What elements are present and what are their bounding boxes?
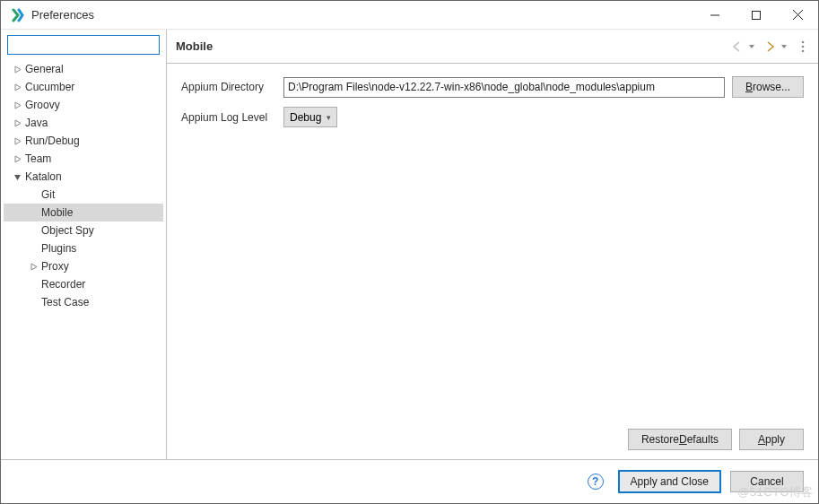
nav-forward-menu[interactable]: [779, 41, 789, 52]
tree-item-label: Proxy: [39, 260, 69, 273]
filter-input[interactable]: [7, 35, 160, 55]
tree-item-label: Groovy: [23, 99, 60, 111]
window-title: Preferences: [31, 8, 694, 22]
minimize-button[interactable]: [694, 1, 736, 29]
tree-item-proxy[interactable]: Proxy: [4, 257, 163, 275]
cancel-button[interactable]: Cancel: [730, 471, 804, 492]
chevron-down-icon[interactable]: [11, 170, 23, 183]
appium-directory-input[interactable]: [283, 77, 725, 98]
nav-back-button[interactable]: [730, 41, 746, 52]
svg-point-4: [802, 40, 805, 43]
svg-rect-1: [753, 11, 761, 19]
tree-item-mobile[interactable]: Mobile: [4, 204, 163, 222]
maximize-button[interactable]: [736, 1, 777, 29]
tree-item-cucumber[interactable]: Cucumber: [4, 78, 163, 96]
tree-item-team[interactable]: Team: [4, 150, 163, 168]
tree-item-label: Cucumber: [23, 81, 74, 93]
preferences-window: Preferences GeneralCucumberGroovyJavaRun…: [0, 0, 819, 504]
appium-directory-label: Appium Directory: [181, 81, 276, 93]
chevron-right-icon[interactable]: [11, 117, 23, 129]
chevron-right-icon[interactable]: [11, 152, 23, 165]
tree-item-katalon[interactable]: Katalon: [4, 168, 163, 186]
page-title: Mobile: [176, 39, 730, 53]
dialog-footer: ? Apply and Close Cancel: [1, 460, 818, 503]
tree-item-label: General: [23, 63, 64, 75]
restore-defaults-button[interactable]: Restore Defaults: [628, 429, 732, 450]
appium-log-level-row: Appium Log Level Debug ▾: [181, 107, 804, 127]
tree-item-label: Team: [23, 152, 51, 165]
tree-item-java[interactable]: Java: [4, 114, 163, 132]
appium-directory-row: Appium Directory Browse...: [181, 76, 804, 98]
main-header: Mobile: [167, 30, 818, 64]
chevron-right-icon[interactable]: [11, 63, 23, 75]
chevron-right-icon[interactable]: [11, 135, 23, 147]
tree-item-label: Run/Debug: [23, 135, 80, 147]
app-icon: [10, 7, 26, 23]
chevron-right-icon[interactable]: [11, 99, 23, 111]
appium-log-level-label: Appium Log Level: [181, 111, 276, 124]
tree-item-run-debug[interactable]: Run/Debug: [4, 132, 163, 150]
appium-log-level-select[interactable]: Debug ▾: [283, 107, 337, 127]
help-icon[interactable]: ?: [588, 474, 604, 490]
tree-item-label: Mobile: [39, 206, 73, 219]
nav-forward-button[interactable]: [762, 41, 779, 52]
main-panel: Mobile Appium Directo: [167, 30, 818, 459]
close-button[interactable]: [777, 1, 818, 29]
apply-and-close-button[interactable]: Apply and Close: [618, 470, 721, 493]
browse-button[interactable]: Browse...: [732, 76, 804, 98]
svg-point-5: [802, 45, 805, 48]
view-menu-icon[interactable]: [797, 40, 809, 53]
tree-item-groovy[interactable]: Groovy: [4, 96, 163, 114]
main-body: Appium Directory Browse... Appium Log Le…: [167, 64, 818, 421]
tree-item-general[interactable]: General: [4, 60, 163, 78]
nav-back-menu[interactable]: [746, 41, 757, 52]
sidebar: GeneralCucumberGroovyJavaRun/DebugTeamKa…: [1, 30, 167, 459]
preferences-tree[interactable]: GeneralCucumberGroovyJavaRun/DebugTeamKa…: [4, 60, 163, 454]
tree-item-label: Katalon: [23, 170, 62, 183]
chevron-right-icon[interactable]: [27, 260, 39, 273]
appium-log-level-value: Debug: [290, 111, 321, 124]
tree-item-object-spy[interactable]: Object Spy: [4, 222, 163, 239]
tree-item-label: Plugins: [39, 242, 76, 255]
content-area: GeneralCucumberGroovyJavaRun/DebugTeamKa…: [1, 30, 818, 460]
apply-button[interactable]: Apply: [739, 429, 804, 450]
tree-item-label: Git: [39, 188, 55, 201]
tree-item-label: Recorder: [39, 278, 85, 291]
tree-item-test-case[interactable]: Test Case: [4, 293, 163, 311]
page-button-bar: Restore Defaults Apply: [167, 421, 818, 459]
tree-item-git[interactable]: Git: [4, 186, 163, 204]
tree-item-plugins[interactable]: Plugins: [4, 239, 163, 257]
titlebar: Preferences: [1, 1, 818, 30]
svg-point-6: [802, 49, 805, 52]
tree-item-recorder[interactable]: Recorder: [4, 275, 163, 293]
tree-item-label: Test Case: [39, 296, 89, 308]
filter-box: [7, 35, 160, 55]
tree-item-label: Java: [23, 117, 48, 129]
chevron-down-icon: ▾: [327, 113, 331, 122]
chevron-right-icon[interactable]: [11, 81, 23, 93]
tree-item-label: Object Spy: [39, 224, 94, 237]
